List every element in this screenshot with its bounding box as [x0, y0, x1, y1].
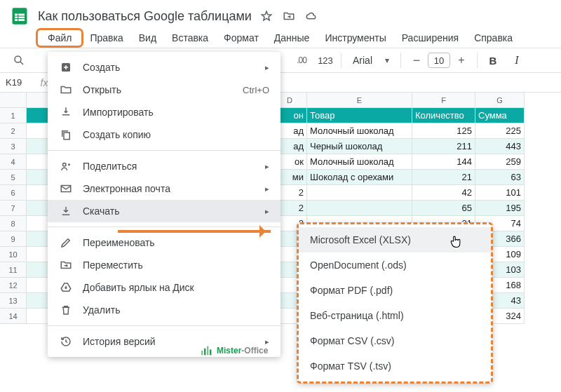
- svg-point-13: [63, 163, 67, 167]
- pointer-cursor-icon: [449, 234, 463, 252]
- svg-rect-16: [204, 349, 205, 356]
- pencil-icon: [59, 236, 73, 250]
- file-menu-move[interactable]: Переместить: [48, 254, 280, 276]
- file-menu-rename[interactable]: Переименовать: [48, 231, 280, 254]
- italic-button[interactable]: I: [508, 52, 525, 69]
- menubar: Файл Правка Вид Вставка Формат Данные Ин…: [0, 28, 561, 48]
- name-box[interactable]: K19: [0, 73, 34, 93]
- row-header[interactable]: 2: [0, 123, 27, 139]
- svg-line-8: [20, 62, 23, 65]
- file-menu-share[interactable]: Поделиться▸: [48, 155, 280, 177]
- file-menu-email[interactable]: Электронная почта▸: [48, 177, 280, 200]
- row-header[interactable]: 5: [0, 170, 27, 185]
- download-submenu: Microsoft Excel (XLSX) OpenDocument (.od…: [297, 223, 492, 383]
- row-header[interactable]: 11: [0, 262, 27, 278]
- download-tsv[interactable]: Формат TSV (.tsv): [297, 353, 492, 379]
- file-dropdown-menu: Создать▸ ОткрытьCtrl+O Импортировать Соз…: [48, 52, 280, 357]
- plus-square-icon: [59, 60, 73, 74]
- menu-help[interactable]: Справка: [467, 29, 520, 46]
- file-menu-download[interactable]: Скачать▸: [48, 200, 280, 222]
- bold-button[interactable]: B: [485, 52, 501, 69]
- menu-tools[interactable]: Инструменты: [318, 29, 393, 46]
- file-menu-add-shortcut[interactable]: Добавить ярлык на Диск: [48, 276, 280, 299]
- svg-rect-12: [64, 133, 69, 140]
- col-header-g[interactable]: G: [475, 93, 525, 108]
- move-to-folder-icon[interactable]: [283, 10, 295, 22]
- watermark: Mister-Office: [200, 345, 268, 356]
- svg-rect-17: [207, 346, 208, 356]
- download-html[interactable]: Веб-страница (.html): [297, 303, 492, 328]
- chevron-down-icon: ▾: [385, 55, 389, 65]
- search-icon[interactable]: [6, 52, 32, 69]
- decrease-decimal-icon[interactable]: .00: [293, 52, 310, 69]
- menu-insert[interactable]: Вставка: [165, 29, 215, 46]
- download-csv[interactable]: Формат CSV (.csv): [297, 328, 492, 353]
- copy-icon: [59, 128, 73, 142]
- file-menu-open[interactable]: ОткрытьCtrl+O: [48, 79, 280, 101]
- share-icon: [59, 159, 73, 173]
- row-header[interactable]: 8: [0, 216, 27, 231]
- row-header[interactable]: 13: [0, 293, 27, 309]
- font-family-select[interactable]: Arial ▾: [349, 55, 393, 66]
- font-size-input[interactable]: 10: [428, 53, 450, 68]
- star-icon[interactable]: [260, 10, 273, 22]
- sheets-logo-icon[interactable]: [6, 2, 34, 30]
- row-header[interactable]: 14: [0, 309, 27, 324]
- svg-rect-11: [64, 67, 68, 68]
- menu-view[interactable]: Вид: [132, 29, 163, 46]
- annotation-arrow-right: [118, 230, 271, 233]
- history-icon: [59, 334, 73, 349]
- svg-marker-6: [262, 11, 271, 20]
- menu-format[interactable]: Формат: [217, 29, 266, 46]
- col-header-e[interactable]: E: [307, 93, 412, 108]
- row-header[interactable]: 4: [0, 154, 27, 170]
- row-header[interactable]: 12: [0, 278, 27, 293]
- folder-icon: [59, 83, 73, 97]
- email-icon: [59, 182, 73, 196]
- import-icon: [59, 105, 73, 119]
- svg-rect-18: [210, 349, 211, 355]
- row-header[interactable]: 10: [0, 247, 27, 262]
- menu-extensions[interactable]: Расширения: [395, 29, 466, 46]
- row-header[interactable]: 6: [0, 185, 27, 201]
- drive-shortcut-icon: [59, 281, 73, 295]
- document-title[interactable]: Как пользоваться Google таблицами: [38, 9, 252, 24]
- menu-file[interactable]: Файл: [38, 30, 81, 46]
- font-size-decrease[interactable]: −: [408, 52, 425, 69]
- cloud-status-icon[interactable]: [305, 10, 318, 22]
- download-ods[interactable]: OpenDocument (.ods): [297, 252, 492, 278]
- select-all-corner[interactable]: [0, 93, 27, 108]
- download-pdf[interactable]: Формат PDF (.pdf): [297, 278, 492, 303]
- file-menu-make-copy[interactable]: Создать копию: [48, 123, 280, 146]
- row-header[interactable]: 9: [0, 231, 27, 247]
- row-header[interactable]: 7: [0, 201, 27, 216]
- download-xlsx[interactable]: Microsoft Excel (XLSX): [297, 227, 492, 252]
- menu-edit[interactable]: Правка: [83, 29, 130, 46]
- trash-icon: [59, 303, 73, 317]
- svg-rect-15: [201, 351, 203, 355]
- file-menu-import[interactable]: Импортировать: [48, 101, 280, 123]
- format-as-number[interactable]: 123: [317, 52, 334, 69]
- menu-data[interactable]: Данные: [267, 29, 317, 46]
- row-header[interactable]: 3: [0, 139, 27, 154]
- file-menu-create[interactable]: Создать▸: [48, 56, 280, 79]
- file-menu-delete[interactable]: Удалить: [48, 299, 280, 321]
- col-header-f[interactable]: F: [412, 93, 475, 108]
- font-size-increase[interactable]: +: [453, 52, 470, 69]
- row-header[interactable]: 1: [0, 108, 27, 123]
- download-icon: [59, 204, 73, 218]
- svg-point-7: [15, 56, 21, 62]
- move-folder-icon: [59, 258, 73, 272]
